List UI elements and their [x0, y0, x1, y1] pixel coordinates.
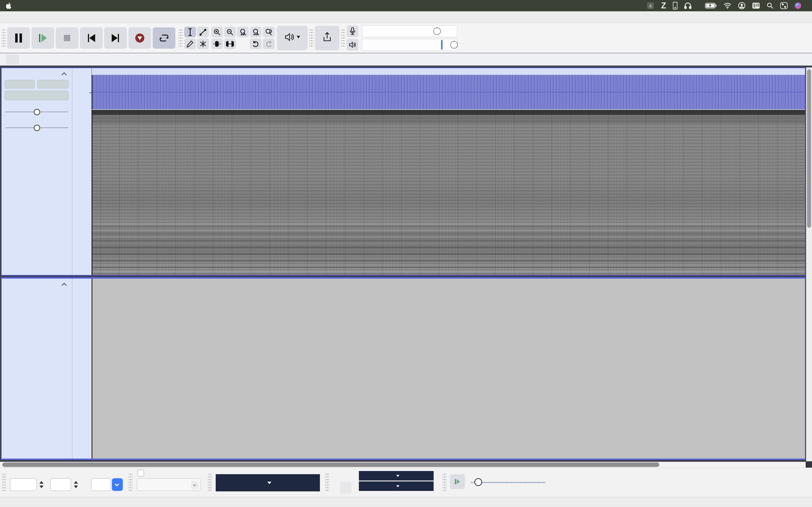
skip-end-icon	[111, 34, 120, 43]
play-at-speed-button[interactable]	[450, 474, 465, 489]
vertical-scrollbar-thumb[interactable]	[807, 69, 811, 228]
spotlight-search-icon[interactable]	[767, 2, 773, 9]
snap-format-select[interactable]	[137, 478, 201, 491]
record-button[interactable]	[129, 27, 151, 49]
main-toolbar	[0, 23, 812, 53]
stop-button[interactable]	[56, 27, 79, 49]
play-at-speed-icon	[454, 478, 460, 485]
undo-button[interactable]	[250, 39, 262, 49]
tempo-stepper[interactable]	[38, 478, 45, 491]
playback-meter[interactable]	[347, 39, 457, 51]
wifi-icon[interactable]	[724, 2, 731, 9]
selection-tool-button[interactable]	[184, 27, 196, 37]
keyboard-switcher-icon[interactable]	[752, 2, 760, 9]
battery-icon[interactable]	[705, 3, 717, 9]
audio-setup-button[interactable]	[277, 26, 308, 50]
play-speed-thumb[interactable]	[474, 478, 482, 486]
fit-selection-button[interactable]	[237, 27, 249, 37]
selection-length-caret[interactable]	[396, 485, 399, 487]
mute-button[interactable]	[5, 80, 35, 89]
playback-meter-scale[interactable]	[362, 39, 457, 51]
menubar-app-icon-triangle[interactable]	[647, 2, 654, 9]
pan-slider[interactable]	[5, 124, 68, 131]
zoom-toggle-button[interactable]	[263, 27, 274, 37]
time-format-caret[interactable]	[267, 482, 271, 484]
horizontal-scrollbar[interactable]	[0, 462, 806, 468]
transport-toolbar-grip[interactable]	[2, 30, 5, 47]
gain-slider-thumb[interactable]	[34, 109, 40, 115]
meter-toolbar-grip[interactable]	[341, 30, 345, 47]
play-speed-grip[interactable]	[443, 474, 446, 491]
time-sig-upper-input[interactable]	[50, 478, 71, 491]
silence-audio-button[interactable]	[224, 39, 236, 49]
time-sig-lower-dropdown[interactable]	[112, 478, 123, 491]
trim-audio-button[interactable]	[211, 39, 223, 49]
audio-track-content[interactable]	[92, 68, 805, 275]
spectrogram-view[interactable]	[92, 110, 805, 275]
gain-slider[interactable]	[5, 108, 68, 115]
timeline-ruler[interactable]	[0, 53, 812, 66]
recording-meter[interactable]	[347, 25, 457, 37]
vertical-scrollbar[interactable]	[806, 67, 812, 461]
redo-button[interactable]	[263, 39, 274, 49]
audio-position-display[interactable]	[216, 474, 320, 491]
zoom-in-icon	[213, 29, 221, 36]
recording-meter-scale[interactable]	[362, 25, 457, 37]
tracks-area	[0, 66, 812, 461]
share-toolbar-grip[interactable]	[309, 30, 313, 47]
collapse-labels-track-icon[interactable]	[62, 283, 67, 288]
play-button[interactable]	[32, 27, 54, 49]
menubar-z-app-icon[interactable]: Z	[661, 1, 666, 10]
loop-button[interactable]	[153, 27, 175, 49]
effects-button[interactable]	[5, 91, 69, 100]
playback-meter-button[interactable]	[347, 39, 358, 51]
time-toolbar-grip[interactable]	[2, 474, 6, 491]
zoom-in-button[interactable]	[211, 27, 223, 37]
skip-to-start-button[interactable]	[80, 27, 103, 49]
vertical-rulers[interactable]	[72, 68, 92, 275]
menubar-device-icon[interactable]	[673, 2, 677, 9]
envelope-tool-button[interactable]	[197, 27, 209, 37]
labels-track[interactable]	[1, 277, 806, 460]
pause-button[interactable]	[7, 27, 30, 49]
recording-gain-ring[interactable]	[433, 27, 441, 35]
user-account-icon[interactable]	[738, 2, 745, 9]
chevron-down-icon	[191, 481, 199, 489]
snap-checkbox[interactable]	[137, 470, 144, 476]
solo-button[interactable]	[37, 80, 69, 89]
apple-menu-icon[interactable]	[0, 2, 18, 9]
record-meter-button[interactable]	[347, 25, 358, 37]
zoom-out-button[interactable]	[224, 27, 236, 37]
multi-tool-button[interactable]	[197, 39, 209, 49]
control-center-icon[interactable]	[780, 2, 788, 9]
skip-to-end-button[interactable]	[104, 27, 127, 49]
audio-track[interactable]	[1, 67, 806, 276]
labels-track-content[interactable]	[92, 279, 805, 459]
time-sig-lower-input[interactable]	[91, 478, 111, 491]
collapse-track-icon[interactable]	[62, 72, 67, 78]
tools-toolbar-grip[interactable]	[179, 30, 183, 47]
macos-menu-bar: Z	[0, 0, 812, 11]
horizontal-scrollbar-thumb[interactable]	[2, 462, 659, 467]
time-display-grip[interactable]	[208, 474, 212, 491]
draw-tool-button[interactable]	[184, 39, 196, 49]
headphones-icon[interactable]	[684, 2, 692, 9]
selection-options-button[interactable]	[340, 482, 352, 494]
fit-project-button[interactable]	[250, 27, 262, 37]
siri-icon[interactable]	[794, 2, 802, 9]
tempo-input[interactable]	[10, 478, 37, 491]
selection-length-display[interactable]	[359, 482, 434, 491]
wave-clip-header[interactable]	[92, 68, 805, 75]
playback-gain-ring[interactable]	[450, 41, 458, 49]
waveform-view[interactable]	[92, 75, 805, 109]
selection-start-caret[interactable]	[396, 475, 399, 477]
snap-toolbar-grip[interactable]	[129, 474, 132, 491]
time-sig-stepper[interactable]	[72, 478, 80, 491]
envelope-tool-icon	[199, 29, 207, 36]
pan-slider-thumb[interactable]	[34, 125, 40, 131]
bottom-toolbar	[0, 468, 812, 497]
selection-start-display[interactable]	[359, 471, 434, 481]
play-speed-slider[interactable]	[471, 477, 546, 487]
selection-toolbar-grip[interactable]	[325, 474, 329, 491]
share-audio-button[interactable]	[315, 26, 339, 50]
